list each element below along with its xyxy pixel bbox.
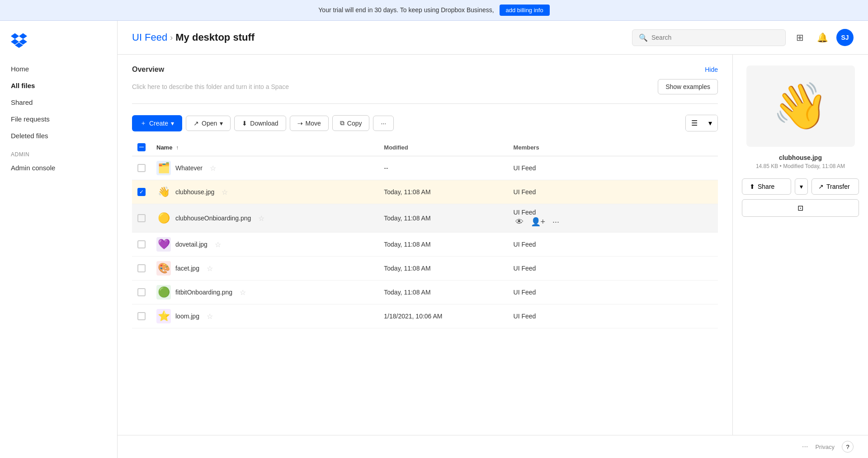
row-checkbox-clubhouseonboarding-png[interactable] (137, 214, 146, 222)
file-name-text[interactable]: dovetail.jpg (175, 241, 208, 248)
table-row: 🟢 fitbitOnboarding.png ☆ Today, 11:08 AM… (132, 280, 718, 304)
grid-view-button[interactable]: ⊞ (791, 29, 808, 46)
star-button[interactable]: ☆ (212, 239, 224, 250)
help-button[interactable]: ? (842, 441, 854, 453)
star-button[interactable]: ☆ (207, 163, 219, 173)
row-members-cell: UI Feed 👁 👤+ ··· (508, 204, 618, 233)
row-members-cell: UI Feed (508, 180, 618, 204)
row-more-button[interactable]: ··· (551, 216, 561, 228)
grid-view-toggle-button[interactable]: ▾ (703, 115, 717, 131)
open-dropdown-icon: ▾ (220, 120, 223, 127)
row-more-options-button[interactable]: ··· (656, 263, 666, 274)
open-icon: ↗ (193, 120, 199, 127)
view-button[interactable]: 👁 (514, 216, 525, 228)
sidebar-item-all-files[interactable]: All files (0, 77, 117, 94)
row-view-button[interactable]: 👁 (623, 263, 635, 274)
file-icon: 💜 (156, 237, 171, 252)
sidebar-item-home[interactable]: Home (0, 61, 117, 77)
search-input[interactable] (651, 34, 779, 41)
row-checkbox-loom-jpg[interactable] (137, 312, 146, 320)
row-view-button[interactable]: 👁 (623, 187, 635, 198)
create-dropdown-icon: ▾ (171, 120, 174, 127)
sidebar-item-admin-console[interactable]: Admin console (0, 159, 117, 176)
row-members-cell: UI Feed (508, 233, 618, 257)
file-name-text[interactable]: fitbitOnboarding.png (175, 289, 232, 296)
row-members-cell: UI Feed (508, 156, 618, 180)
row-more-options-button[interactable]: ··· (656, 311, 666, 322)
row-checkbox-cell (132, 180, 151, 204)
row-view-button[interactable]: 👁 (623, 239, 635, 250)
trial-banner: Your trial will end in 30 days. To keep … (0, 0, 868, 21)
share-dropdown-button[interactable]: ▾ (795, 178, 808, 195)
row-add-member-button[interactable]: 👤 (638, 286, 652, 298)
star-button[interactable]: ☆ (204, 263, 216, 274)
overview-placeholder[interactable]: Click here to describe this folder and t… (132, 83, 651, 90)
share-button[interactable]: ⬆ Share (742, 178, 791, 195)
panel-actions: ⬆ Share ▾ ↗ Transfer (742, 178, 859, 195)
row-add-member-button[interactable]: 👤 (638, 186, 652, 198)
hide-link[interactable]: Hide (705, 66, 718, 73)
add-member-button[interactable]: 👤+ (529, 216, 547, 228)
select-all-header (132, 139, 151, 156)
row-view-button[interactable]: 👁 (623, 287, 635, 298)
row-checkbox-whatever[interactable] (137, 164, 146, 172)
row-view-button[interactable]: 👁 (623, 311, 635, 322)
privacy-link[interactable]: Privacy (815, 444, 835, 450)
dropbox-logo[interactable] (0, 28, 117, 61)
download-button[interactable]: ⬇ Download (234, 116, 286, 131)
move-button[interactable]: ⇢ Move (290, 116, 329, 131)
star-button[interactable]: ☆ (219, 187, 231, 197)
star-button[interactable]: ☆ (237, 287, 249, 298)
create-button[interactable]: ＋ Create ▾ (132, 115, 182, 131)
overview-title: Overview (132, 65, 164, 74)
row-checkbox-clubhouse-jpg[interactable] (137, 188, 146, 196)
search-icon: 🔍 (639, 33, 648, 42)
panel-more-button[interactable]: ⊡ (742, 199, 859, 217)
view-toggle: ☰ ▾ (685, 115, 718, 131)
file-name-text[interactable]: loom.jpg (175, 313, 199, 320)
row-more-options-button[interactable]: ··· (656, 187, 666, 198)
file-name-text[interactable]: Whatever (175, 164, 203, 172)
file-name-text[interactable]: facet.jpg (175, 265, 199, 272)
star-button[interactable]: ☆ (255, 213, 267, 224)
row-more-options-button[interactable]: ··· (656, 239, 666, 250)
file-icon: 🗂️ (156, 161, 171, 175)
breadcrumb-parent[interactable]: UI Feed (132, 32, 167, 43)
row-view-button[interactable]: 👁 (623, 163, 635, 174)
main-body: Overview Hide Click here to describe thi… (118, 55, 868, 435)
list-view-button[interactable]: ☰ (686, 115, 703, 131)
transfer-button[interactable]: ↗ Transfer (811, 178, 859, 195)
sort-arrow-icon: ↑ (176, 145, 179, 151)
row-add-member-button[interactable]: 👤 (638, 310, 652, 322)
show-examples-button[interactable]: Show examples (658, 79, 718, 94)
search-box[interactable]: 🔍 (632, 29, 786, 46)
footer-more-button[interactable]: ··· (802, 443, 808, 451)
row-more-options-button[interactable]: ··· (656, 163, 666, 174)
col-header-members: Members (508, 139, 618, 156)
avatar[interactable]: SJ (836, 29, 854, 46)
row-add-member-button[interactable]: 👤 (638, 262, 652, 274)
sidebar-item-shared[interactable]: Shared (0, 94, 117, 111)
col-header-modified: Modified (378, 139, 508, 156)
row-checkbox-cell (132, 280, 151, 304)
file-name-text[interactable]: clubhouse.jpg (175, 188, 214, 196)
row-add-member-button[interactable]: 👤 (638, 162, 652, 174)
star-button[interactable]: ☆ (204, 311, 216, 322)
row-modified-cell: -- (378, 156, 508, 180)
more-actions-button[interactable]: ··· (373, 116, 394, 131)
add-billing-button[interactable]: add billing info (500, 5, 550, 16)
open-button[interactable]: ↗ Open ▾ (186, 116, 231, 131)
select-all-checkbox[interactable] (137, 143, 146, 151)
copy-button[interactable]: ⧉ Copy (332, 115, 370, 131)
share-icon: ⬆ (750, 183, 755, 190)
notifications-button[interactable]: 🔔 (814, 29, 831, 46)
col-header-name[interactable]: Name ↑ (151, 139, 378, 156)
sidebar-item-file-requests[interactable]: File requests (0, 111, 117, 127)
row-more-options-button[interactable]: ··· (656, 287, 666, 298)
row-add-member-button[interactable]: 👤 (638, 238, 652, 250)
sidebar-item-deleted-files[interactable]: Deleted files (0, 127, 117, 144)
row-checkbox-fitbitonboarding-png[interactable] (137, 288, 146, 296)
file-name-text[interactable]: clubhouseOnbioarding.png (175, 215, 251, 222)
row-checkbox-facet-jpg[interactable] (137, 264, 146, 272)
row-checkbox-dovetail-jpg[interactable] (137, 240, 146, 248)
